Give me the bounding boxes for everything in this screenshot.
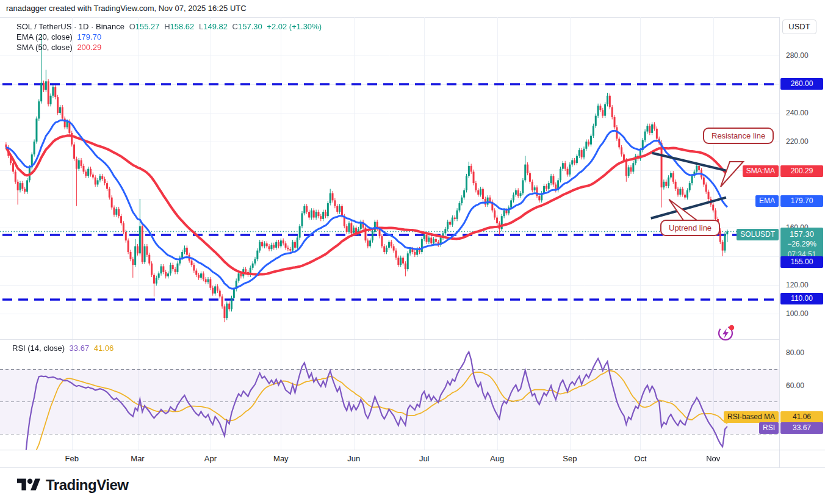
sma-axis-chip: SMA:MA xyxy=(743,165,779,177)
uptrend-line-callout[interactable]: Uptrend line xyxy=(660,220,720,236)
close-value: 157.30 xyxy=(238,22,262,31)
symbol-title: SOL / TetherUS · 1D · Binance xyxy=(16,22,124,31)
low-value: 149.82 xyxy=(203,22,228,31)
high-label: H xyxy=(164,22,170,31)
open-value: 155.27 xyxy=(135,22,160,31)
rsi-ma-axis-badge: 41.06 xyxy=(780,411,823,423)
currency-button[interactable]: USDT xyxy=(782,20,816,34)
sma-axis-badge: 200.29 xyxy=(780,165,823,177)
month-label-jun: Jun xyxy=(347,454,360,463)
open-label: O xyxy=(129,22,135,31)
level-155-badge: 155.00 xyxy=(780,256,823,268)
sma-legend[interactable]: SMA (50, close) 200.29 xyxy=(16,43,104,52)
tradingview-logo-text: TradingView xyxy=(46,477,128,494)
change-value: +2.02 (+1.30%) xyxy=(267,22,322,31)
level-110-badge: 110.00 xyxy=(780,293,823,304)
month-label-sep: Sep xyxy=(563,454,577,463)
rsi-value: 33.67 xyxy=(70,344,90,353)
axis-label: 220.00 xyxy=(786,137,809,146)
axis-label: 280.00 xyxy=(786,51,809,60)
month-label-nov: Nov xyxy=(706,454,720,463)
rsi-legend[interactable]: RSI (14, close) 33.67 41.06 xyxy=(12,344,116,353)
month-label-apr: Apr xyxy=(204,454,217,463)
bottom-divider xyxy=(0,467,825,468)
last-price: 157.30 xyxy=(780,229,823,239)
month-label-mar: Mar xyxy=(131,454,144,463)
ema-value: 179.70 xyxy=(77,32,101,41)
uptrend-tail xyxy=(669,200,697,220)
rsi-ma-axis-chip: RSI-based MA xyxy=(724,411,779,423)
month-label-feb: Feb xyxy=(65,454,78,463)
ema-label: EMA (20, close) xyxy=(16,32,73,41)
axis-label: 60.00 xyxy=(786,381,804,390)
uptrend-callout-text: Uptrend line xyxy=(669,223,712,232)
ema-axis-badge: 179.70 xyxy=(780,195,823,207)
ema-legend[interactable]: EMA (20, close) 179.70 xyxy=(16,32,104,41)
symbol-legend[interactable]: SOL / TetherUS · 1D · Binance O155.27 H1… xyxy=(16,22,324,31)
watermark-text: ranadagger created with TradingView.com,… xyxy=(6,4,247,13)
axis-label: 100.00 xyxy=(786,309,809,318)
month-label-may: May xyxy=(273,454,289,463)
month-label-aug: Aug xyxy=(490,454,504,463)
resistance-callout-text: Resistance line xyxy=(712,131,765,140)
high-value: 158.62 xyxy=(170,22,195,31)
axis-label: 120.00 xyxy=(786,281,809,289)
time-axis-line xyxy=(0,450,825,450)
sma-label: SMA (50, close) xyxy=(16,43,73,52)
month-label-jul: Jul xyxy=(419,454,430,463)
sma-value: 200.29 xyxy=(77,43,101,52)
month-label-oct: Oct xyxy=(634,454,646,463)
watermark-bar: ranadagger created with TradingView.com,… xyxy=(0,0,825,17)
ema-axis-chip: EMA xyxy=(755,195,779,207)
tradingview-chart-page: ranadagger created with TradingView.com,… xyxy=(0,0,825,504)
rsi-axis-badge: 33.67 xyxy=(780,422,823,434)
last-price-change: −26.29% xyxy=(780,239,823,250)
axis-separator xyxy=(779,17,780,467)
resistance-line-callout[interactable]: Resistance line xyxy=(703,128,774,144)
close-label: C xyxy=(232,22,238,31)
rsi-axis-chip: RSI xyxy=(759,422,779,434)
level-260-badge: 260.00 xyxy=(780,78,823,90)
rsi-label: RSI (14, close) xyxy=(12,344,65,353)
symbol-axis-chip: SOLUSDT xyxy=(737,229,779,240)
tradingview-logo-icon xyxy=(17,476,40,494)
axis-label: 240.00 xyxy=(786,109,809,117)
tradingview-logo: TradingView xyxy=(17,476,128,494)
axis-label: 80.00 xyxy=(786,348,804,357)
rsi-ma-value: 41.06 xyxy=(94,344,114,353)
